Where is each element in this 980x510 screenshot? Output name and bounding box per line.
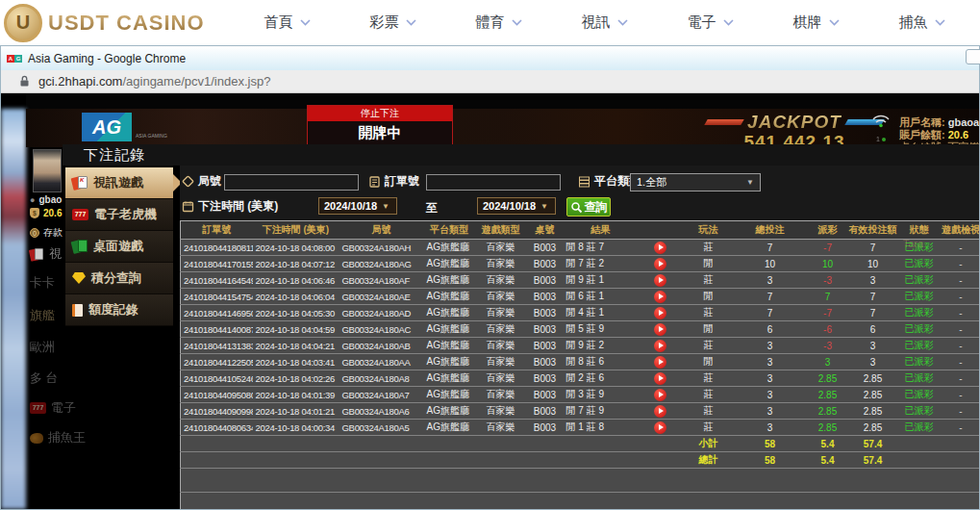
order-number-input[interactable] — [426, 174, 561, 191]
window-title-bar[interactable]: AG Asia Gaming - Google Chrome — [1, 46, 979, 70]
cell-platform: AG旗艦廳 — [424, 354, 475, 370]
cell-round: GB00324A180AC — [339, 321, 424, 338]
play-video-button[interactable] — [654, 340, 666, 352]
nav-item[interactable]: 體育 — [476, 13, 522, 32]
cell-order: 241018044170155 — [181, 256, 253, 272]
cell-platform: AG旗艦廳 — [424, 387, 475, 403]
line-1[interactable]: 1 — [876, 136, 880, 142]
cell-total-bet: 6 — [734, 321, 807, 338]
cell-round: GB00324A180A7 — [339, 387, 424, 403]
col-payout: 派彩 — [807, 221, 849, 240]
play-video-button[interactable] — [654, 405, 666, 418]
cell-total-bet: 3 — [734, 338, 807, 354]
site-logo[interactable]: U USDT CASINO — [4, 4, 205, 42]
date-to-picker[interactable]: 2024/10/18▼ — [477, 197, 556, 215]
cell-payout: -7 — [807, 305, 849, 321]
screen: U USDT CASINO 首頁 彩票 體育 視訊 電子 — [0, 0, 980, 510]
tab-quota-record[interactable]: 額度記錄 — [65, 294, 173, 326]
sidebar-item-flagship[interactable]: 旗艦 — [30, 307, 55, 324]
sidebar-item-multitable[interactable]: 多 台 — [30, 370, 59, 387]
subtotal-valid: 57.4 — [849, 436, 897, 452]
play-video-button[interactable] — [654, 389, 666, 401]
play-video-button[interactable] — [654, 274, 666, 287]
sidebar-item-kaka[interactable]: 卡卡 — [30, 274, 55, 292]
play-video-button[interactable] — [654, 421, 666, 434]
play-video-button[interactable] — [654, 372, 666, 385]
cell-total-bet: 3 — [734, 272, 807, 289]
play-video-button[interactable] — [654, 307, 666, 319]
nav-item[interactable]: 捕魚 — [899, 13, 945, 32]
cell-payout: 10 — [807, 256, 849, 272]
search-button-label: 查詢 — [585, 199, 608, 216]
cell-order: 241018044154754 — [181, 289, 253, 305]
nav-item[interactable]: 彩票 — [370, 13, 416, 32]
nav-item[interactable]: 視訊 — [582, 13, 628, 32]
modal-sidebar: 視訊遊戲 777 電子老虎機 桌面遊戲 積分查詢 — [65, 167, 173, 326]
total-valid: 57.4 — [849, 452, 897, 469]
tab-slot-machines[interactable]: 777 電子老虎機 — [65, 199, 173, 231]
cell-platform: AG旗艦廳 — [424, 370, 475, 387]
cell-platform: AG旗艦廳 — [424, 272, 475, 289]
tab-table-games[interactable]: 桌面遊戲 — [65, 231, 173, 263]
cell-payout: 2.85 — [807, 403, 849, 420]
cell-result: 閒 7 莊 2 — [564, 256, 638, 272]
cell-game-type: 百家樂 — [475, 256, 527, 272]
slot-icon: 777 — [72, 209, 88, 220]
cell-total-bet: 3 — [734, 403, 807, 420]
play-video-button[interactable] — [654, 291, 666, 303]
dropdown-arrow-icon: ▼ — [540, 202, 548, 211]
table-row: 241018044090998 2024-10-18 04:01:21 GB00… — [181, 403, 980, 420]
cell-order: 241018044080634 — [181, 420, 253, 436]
url-bar[interactable]: gci.2hhapi.com/agingame/pcv1/index.jsp? — [1, 70, 979, 93]
sidebar-item-video[interactable]: 視 — [30, 245, 62, 263]
cell-bet-time: 2024-10-18 04:06:04 — [253, 289, 339, 305]
cell-table: B003 — [527, 420, 564, 436]
date-from-picker[interactable]: 2024/10/18▼ — [318, 197, 397, 215]
cell-total-bet: 3 — [734, 370, 807, 387]
play-video-button[interactable] — [654, 242, 666, 254]
dealer-name: Tara — [903, 238, 923, 249]
tab-label: 視訊遊戲 — [93, 174, 143, 191]
cell-result: 閒 1 莊 8 — [564, 420, 638, 436]
green-cards-icon — [72, 240, 88, 253]
cell-status: 已派彩 — [897, 370, 942, 387]
cell-table: B003 — [527, 403, 564, 420]
cell-game-view: - — [942, 321, 980, 338]
cell-payout: -3 — [807, 338, 849, 354]
tab-video-games[interactable]: 視訊遊戲 — [65, 167, 173, 199]
play-video-button[interactable] — [654, 258, 666, 270]
nav-item[interactable]: 電子 — [688, 13, 734, 32]
modal-title: 下注記錄 — [63, 144, 979, 166]
subtotal-bet: 58 — [734, 436, 807, 452]
cell-bet-on: 莊 — [684, 387, 734, 403]
cell-game-type: 百家樂 — [475, 240, 527, 256]
cell-bet-on: 閒 — [684, 321, 734, 338]
nav-item-label: 棋牌 — [793, 13, 822, 32]
cell-game-type: 百家樂 — [475, 354, 527, 370]
cell-bet-on: 莊 — [684, 420, 734, 436]
cell-platform: AG旗艦廳 — [424, 256, 475, 272]
nav-item[interactable]: 棋牌 — [793, 13, 840, 32]
cell-status: 已派彩 — [897, 387, 942, 403]
tab-points-inquiry[interactable]: 積分查詢 — [65, 263, 173, 294]
play-video-button[interactable] — [654, 356, 666, 369]
deposit-button[interactable]: 0存款 — [30, 226, 63, 240]
nav-item[interactable]: 首頁 — [264, 13, 311, 32]
search-button[interactable]: 查詢 — [566, 197, 611, 217]
chevron-down-icon — [512, 19, 522, 26]
platform-type-select[interactable]: 1.全部 ▼ — [630, 173, 761, 191]
nav-item-label: 首頁 — [264, 13, 293, 32]
cell-valid-bet: 2.85 — [849, 403, 897, 420]
ag-favicon: AG — [7, 55, 22, 63]
sidebar-item-europe[interactable]: 歐洲 — [30, 339, 55, 356]
cell-result: 閒 6 莊 1 — [564, 289, 638, 305]
play-video-button[interactable] — [654, 323, 666, 336]
dropdown-arrow-icon: ▼ — [382, 202, 389, 211]
account-name-label: 用戶名稱: — [899, 116, 945, 128]
window-control-button[interactable] — [966, 49, 980, 64]
round-number-input[interactable] — [224, 174, 359, 191]
cell-platform: AG旗艦廳 — [424, 338, 475, 354]
cell-order: 241018044105246 — [181, 370, 253, 387]
clipboard-icon — [368, 175, 381, 188]
cell-round: GB00324A180AH — [339, 240, 424, 256]
